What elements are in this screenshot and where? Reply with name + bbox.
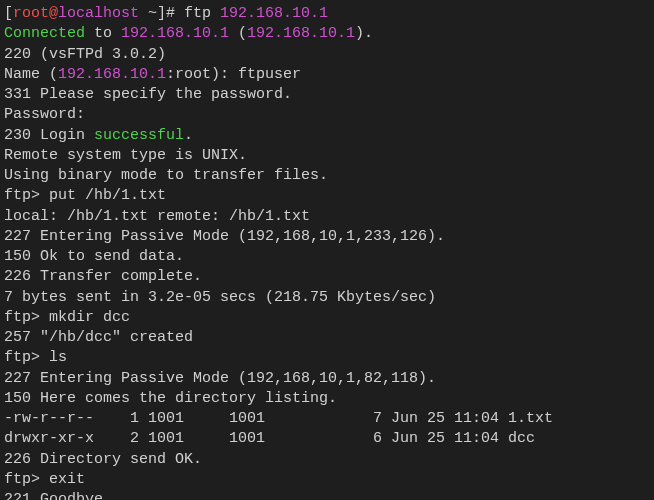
terminal-line: Using binary mode to transfer files. xyxy=(4,166,650,186)
terminal-line: local: /hb/1.txt remote: /hb/1.txt xyxy=(4,207,650,227)
prompt-at: @ xyxy=(49,5,58,22)
terminal-line: ftp> mkdir dcc xyxy=(4,308,650,328)
terminal-line: 230 Login successful. xyxy=(4,126,650,146)
terminal-line: 226 Transfer complete. xyxy=(4,267,650,287)
terminal-line: [root@localhost ~]# ftp 192.168.10.1 xyxy=(4,4,650,24)
ip-address: 192.168.10.1 xyxy=(121,25,229,42)
terminal-line: 150 Ok to send data. xyxy=(4,247,650,267)
ip-address: 192.168.10.1 xyxy=(247,25,355,42)
text: ( xyxy=(229,25,247,42)
terminal-line: drwxr-xr-x 2 1001 1001 6 Jun 25 11:04 dc… xyxy=(4,429,650,449)
terminal-line: 226 Directory send OK. xyxy=(4,450,650,470)
status-successful: successful xyxy=(94,127,184,144)
ip-address: 192.168.10.1 xyxy=(58,66,166,83)
text: Name ( xyxy=(4,66,58,83)
terminal-line: 257 "/hb/dcc" created xyxy=(4,328,650,348)
text: 230 Login xyxy=(4,127,94,144)
terminal-line: ftp> exit xyxy=(4,470,650,490)
terminal-line: 227 Entering Passive Mode (192,168,10,1,… xyxy=(4,227,650,247)
terminal-line: 221 Goodbye. xyxy=(4,490,650,500)
terminal-line: Connected to 192.168.10.1 (192.168.10.1)… xyxy=(4,24,650,44)
terminal-line: 331 Please specify the password. xyxy=(4,85,650,105)
ftp-target-ip: 192.168.10.1 xyxy=(220,5,328,22)
text: to xyxy=(85,25,121,42)
terminal-line: 220 (vsFTPd 3.0.2) xyxy=(4,45,650,65)
terminal-line: ftp> ls xyxy=(4,348,650,368)
terminal-line: Password: xyxy=(4,105,650,125)
terminal-line: 150 Here comes the directory listing. xyxy=(4,389,650,409)
prompt-host: localhost xyxy=(58,5,139,22)
terminal-line: 227 Entering Passive Mode (192,168,10,1,… xyxy=(4,369,650,389)
prompt-bracket: [ xyxy=(4,5,13,22)
terminal-line: Name (192.168.10.1:root): ftpuser xyxy=(4,65,650,85)
text: ). xyxy=(355,25,373,42)
prompt-rest: ~]# ftp xyxy=(139,5,220,22)
terminal-line: 7 bytes sent in 3.2e-05 secs (218.75 Kby… xyxy=(4,288,650,308)
prompt-user: root xyxy=(13,5,49,22)
text: :root): ftpuser xyxy=(166,66,301,83)
text: . xyxy=(184,127,193,144)
terminal-line: -rw-r--r-- 1 1001 1001 7 Jun 25 11:04 1.… xyxy=(4,409,650,429)
terminal-line: ftp> put /hb/1.txt xyxy=(4,186,650,206)
status-connected: Connected xyxy=(4,25,85,42)
terminal-line: Remote system type is UNIX. xyxy=(4,146,650,166)
